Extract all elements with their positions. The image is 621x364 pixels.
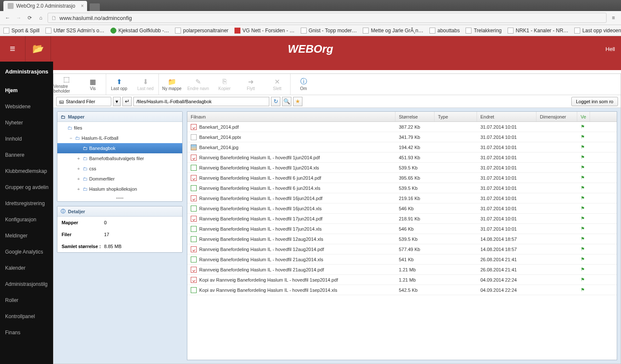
sidebar-item[interactable]: Konfigurasjon xyxy=(0,212,53,228)
menu-toggle-button[interactable]: ≡ xyxy=(0,36,25,62)
file-row[interactable]: Banekart_2014.pptx 341.79 Kb 31.07.2014 … xyxy=(187,132,617,142)
close-icon[interactable]: × xyxy=(81,3,84,9)
file-row[interactable]: Rannveig Banefordeling Haslum IL - hoved… xyxy=(187,203,617,214)
col-type[interactable]: Type xyxy=(435,112,477,121)
resize-handle[interactable]: ••••• xyxy=(57,195,182,201)
forward-button[interactable]: → xyxy=(14,14,23,22)
sidebar-item[interactable]: Idrettsregistrering xyxy=(0,195,53,212)
file-row[interactable]: Rannveig Banefordeling Haslum IL - hoved… xyxy=(187,193,617,203)
file-row[interactable]: Rannveig Banefordeling Haslum IL - hoved… xyxy=(187,234,617,244)
tree-node[interactable]: −🗀Haslum-IL-Fotball xyxy=(57,133,182,143)
row-action-button[interactable]: ⚑ xyxy=(577,134,587,140)
row-action-button[interactable]: ⚑ xyxy=(577,206,587,211)
tree-node[interactable]: +🗀Barnefotballsutvalgets filer xyxy=(57,153,182,164)
sidebar-item[interactable]: Grupper og avdelin xyxy=(0,179,53,195)
home-button[interactable]: ⌂ xyxy=(37,14,45,22)
refresh-button[interactable]: ↻ xyxy=(271,97,280,106)
reload-button[interactable]: ⟳ xyxy=(25,14,34,22)
toolbar-button[interactable]: ⬆Last opp xyxy=(106,74,133,95)
back-button[interactable]: ← xyxy=(3,14,12,22)
sidebar-item[interactable]: Innhold xyxy=(0,131,53,147)
sidebar-item[interactable]: Websidene xyxy=(0,99,53,115)
expand-icon[interactable]: + xyxy=(76,176,81,181)
sidebar-item[interactable]: Bannere xyxy=(0,147,53,163)
row-action-button[interactable]: ⚑ xyxy=(577,195,587,201)
file-row[interactable]: Banekart_2014.jpg 194.42 Kb 31.07.2014 1… xyxy=(187,142,617,152)
bookmark-item[interactable]: Gnist - Topp moder… xyxy=(301,28,357,34)
row-action-button[interactable]: ⚑ xyxy=(577,287,587,293)
file-row[interactable]: Kopi av Rannveig Banefordeling Haslum IL… xyxy=(187,285,617,295)
sidebar-item[interactable]: Kalender xyxy=(0,260,53,276)
bookmark-item[interactable]: Mette og Jarle GrÃ¸n… xyxy=(363,28,423,34)
bookmark-item[interactable]: VG Nett - Forsiden - … xyxy=(234,28,295,34)
bookmark-item[interactable]: Kjekstad Golfklubb -… xyxy=(110,28,169,34)
bookmark-item[interactable]: Sport & Spill xyxy=(3,28,40,34)
bookmark-item[interactable]: abouttabs xyxy=(429,28,460,34)
bookmark-item[interactable]: Utfør S2S Admin's o… xyxy=(45,28,104,34)
toolbar-button[interactable]: ▦Vis xyxy=(80,74,106,95)
row-action-button[interactable]: ⚑ xyxy=(577,185,587,191)
bookmark-item[interactable]: Last opp videoen - Y… xyxy=(574,28,621,34)
file-row[interactable]: Rannveig Banefordeling Haslum IL - hoved… xyxy=(187,254,617,265)
sidebar-item[interactable]: Administrasjonstilg xyxy=(0,276,53,292)
url-input[interactable]: 🗋 www.haslumil.no/adminconfig xyxy=(48,13,607,23)
row-action-button[interactable]: ⚑ xyxy=(577,226,587,231)
row-action-button[interactable]: ⚑ xyxy=(577,216,587,221)
tree-node[interactable]: +🗀css xyxy=(57,164,182,174)
tree-node[interactable]: +🗀Dommerfiler xyxy=(57,174,182,184)
toolbar-button[interactable]: 📁Ny mappe xyxy=(159,74,185,95)
col-dimensions[interactable]: Dimensjoner xyxy=(536,112,577,121)
file-row[interactable]: Rannveig Banefordeling Haslum IL - hoved… xyxy=(187,173,617,183)
col-modified[interactable]: Endret xyxy=(477,112,536,121)
row-action-button[interactable]: ⚑ xyxy=(577,155,587,160)
row-action-button[interactable]: ⚑ xyxy=(577,236,587,242)
menu-button[interactable]: ≡ xyxy=(609,14,618,22)
row-action-button[interactable]: ⚑ xyxy=(577,165,587,170)
row-action-button[interactable]: ⚑ xyxy=(577,246,587,252)
search-button[interactable]: 🔍 xyxy=(282,97,291,106)
expand-icon[interactable]: + xyxy=(76,166,81,171)
tree-node[interactable]: +🗀Haslum shopkolleksjon xyxy=(57,184,182,194)
sidebar-item[interactable]: Finans xyxy=(0,324,53,341)
bookmark-item[interactable]: Trelakkering xyxy=(466,28,502,34)
row-action-button[interactable]: ⚑ xyxy=(577,267,587,272)
filer-select[interactable]: 🖴 Standard Filer xyxy=(56,97,111,106)
tree-node[interactable]: 🗀files xyxy=(57,123,182,133)
file-row[interactable]: Rannveig Banefordeling Haslum IL - hoved… xyxy=(187,244,617,254)
files-button[interactable]: 📂 xyxy=(25,36,51,62)
toolbar-button[interactable]: ⬚Venstre beholder xyxy=(54,74,80,95)
row-action-button[interactable]: ⚑ xyxy=(577,124,587,130)
col-filename[interactable]: Filnavn xyxy=(187,112,395,121)
sidebar-item[interactable]: Meldinger xyxy=(0,228,53,244)
file-row[interactable]: Rannveig Banefordeling Haslum IL - hoved… xyxy=(187,214,617,224)
login-status[interactable]: Logget inn som ro xyxy=(571,97,618,106)
sidebar-item[interactable]: Nyheter xyxy=(0,115,53,131)
toolbar-button[interactable]: ⓘOm xyxy=(291,74,317,95)
row-action-button[interactable]: ⚑ xyxy=(577,277,587,282)
favorite-button[interactable]: ★ xyxy=(293,97,302,106)
expand-icon[interactable]: + xyxy=(76,156,81,161)
row-action-button[interactable]: ⚑ xyxy=(577,175,587,181)
file-row[interactable]: Banekart_2014.pdf 387.22 Kb 31.07.2014 1… xyxy=(187,122,617,132)
file-row[interactable]: Rannveig Banefordeling Haslum IL - hoved… xyxy=(187,183,617,193)
file-row[interactable]: Rannveig Banefordeling Haslum IL - hoved… xyxy=(187,224,617,234)
bookmark-item[interactable]: polarpersonaltrainer xyxy=(175,28,229,34)
sidebar-item[interactable]: Hjem xyxy=(0,82,53,99)
expand-icon[interactable]: − xyxy=(68,135,73,141)
browser-tab[interactable]: WebOrg 2.0 Administrasjo × xyxy=(3,1,87,11)
col-ver[interactable]: Ve xyxy=(577,112,590,121)
filer-dropdown-button[interactable]: ▾ xyxy=(113,97,121,106)
col-size[interactable]: Størrelse xyxy=(395,112,435,121)
bookmark-item[interactable]: NRK1 - Kanaler - NR… xyxy=(508,28,568,34)
file-row[interactable]: Rannveig Banefordeling Haslum IL - hoved… xyxy=(187,265,617,275)
row-action-button[interactable]: ⚑ xyxy=(577,144,587,150)
sidebar-item[interactable]: Google Analytics xyxy=(0,244,53,260)
path-input[interactable] xyxy=(133,97,269,106)
row-action-button[interactable]: ⚑ xyxy=(577,257,587,262)
file-row[interactable]: Rannveig Banefordeling Haslum IL - hoved… xyxy=(187,163,617,173)
tree-node[interactable]: 🗀Banedagbok xyxy=(57,143,182,153)
sidebar-item[interactable]: Klubbmedlemskap xyxy=(0,163,53,179)
sidebar-item[interactable]: Roller xyxy=(0,292,53,308)
file-row[interactable]: Kopi av Rannveig Banefordeling Haslum IL… xyxy=(187,275,617,285)
new-tab-button[interactable] xyxy=(90,3,100,11)
